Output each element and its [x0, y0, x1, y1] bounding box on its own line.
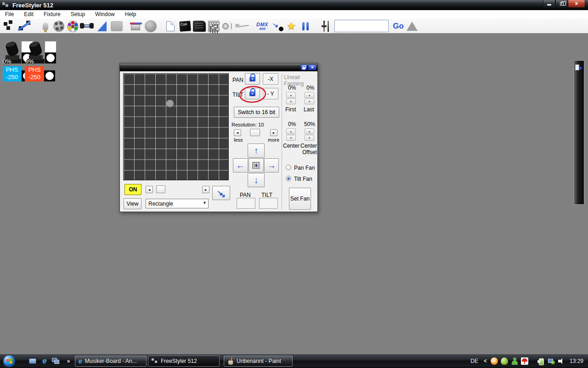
menu-help[interactable]: Help [120, 11, 141, 18]
speed-left-arrow[interactable]: ◄ [146, 186, 153, 193]
nudge-left-button[interactable]: ← [233, 158, 248, 172]
last-spin-down[interactable]: ▼ [305, 98, 314, 104]
restore-button[interactable] [555, 0, 568, 8]
task-musiker-board[interactable]: e Musiker-Board - An... [75, 356, 147, 367]
center-spin-up[interactable]: ▲ [286, 128, 296, 134]
resolution-slider-thumb[interactable] [250, 129, 260, 136]
smoke-machine-icon[interactable] [130, 20, 143, 32]
shape-dropdown[interactable]: Rectangle ▼ [146, 199, 209, 208]
clock[interactable]: 13:29 [570, 358, 583, 364]
sphere-icon[interactable] [144, 20, 157, 32]
show-desktop-button[interactable] [28, 356, 38, 366]
dialog-close-button[interactable]: × [308, 64, 317, 70]
fixture-cross-icon[interactable] [18, 20, 32, 32]
first-spin-down[interactable]: ▼ [286, 98, 296, 104]
sound-to-light-icon[interactable]: ➝ [272, 20, 284, 32]
task-freestyler[interactable]: FreeStyler 512 [148, 356, 220, 367]
run-triangle-icon[interactable] [406, 20, 418, 32]
on-button[interactable]: ON [124, 184, 141, 195]
favorites-star-icon[interactable]: ★ [286, 20, 297, 32]
tilt-value-field[interactable] [259, 198, 278, 209]
menu-setup[interactable]: Setup [66, 11, 90, 18]
dmx400-icon[interactable]: DMX400 [254, 20, 270, 32]
fixture-group-icon[interactable] [3, 20, 17, 32]
fixture-2-label[interactable]: PHS -250 [25, 66, 44, 81]
pan-value-field[interactable] [237, 198, 255, 209]
first-label: First [285, 106, 296, 113]
dialog-pin-button[interactable] [300, 64, 307, 70]
volume-icon[interactable] [558, 357, 565, 365]
menu-file[interactable]: File [0, 11, 19, 18]
nudge-down-button[interactable]: ↓ [248, 173, 265, 187]
gobo-wheel-icon[interactable] [52, 20, 65, 32]
view-button[interactable]: View [124, 198, 141, 209]
go-button[interactable]: Go [391, 20, 405, 32]
diagonal-move-button[interactable]: ↘ ↘ [212, 186, 230, 200]
pan-lock-icon [249, 77, 255, 81]
task-label: FreeStyler 512 [161, 358, 197, 364]
lamp-icon[interactable] [40, 20, 51, 32]
quicklaunch-overflow-chevron[interactable]: » [63, 356, 74, 366]
new-document-icon[interactable] [165, 20, 176, 32]
left-arrow-icon: ← [236, 160, 245, 171]
master-fader-icon[interactable] [321, 20, 332, 32]
tilt-fan-radio[interactable] [286, 176, 291, 181]
icq-icon[interactable] [501, 357, 508, 365]
menu-window[interactable]: Window [90, 11, 120, 18]
minimize-button[interactable] [543, 0, 555, 8]
nudge-up-button[interactable]: ↑ [248, 144, 265, 158]
fixture-1-label[interactable]: PHS -250 [3, 66, 21, 81]
tray-app-icon-orange[interactable] [491, 357, 498, 365]
dialog-titlebar[interactable] [120, 63, 317, 71]
dimmer-panel-icon[interactable] [110, 20, 123, 32]
task-paint[interactable]: Unbenannt - Paint [224, 356, 293, 367]
speed-slider-thumb[interactable] [156, 185, 165, 193]
sequence-console-icon[interactable] [192, 20, 206, 32]
tray-expand-chevron[interactable]: < [484, 358, 487, 364]
start-button[interactable] [3, 355, 16, 368]
sound-icon[interactable] [221, 20, 233, 32]
quicklaunch-ie-button[interactable]: e [40, 356, 50, 366]
pan-lock-button[interactable] [245, 73, 260, 85]
beam-icon[interactable] [96, 20, 107, 32]
pan-tilt-grid[interactable] [123, 73, 229, 180]
last-spin-up[interactable]: ▲ [305, 92, 314, 98]
submaster-faders-icon[interactable] [208, 20, 220, 32]
pan-fan-radio[interactable] [286, 165, 291, 170]
network-icon[interactable] [548, 357, 555, 365]
offset-spin-up[interactable]: ▲ [305, 128, 314, 134]
avira-umbrella-icon[interactable] [521, 357, 528, 365]
resolution-more-arrow[interactable]: ► [270, 129, 277, 136]
language-indicator[interactable]: DE [470, 358, 478, 364]
menu-fixture[interactable]: Fixture [39, 11, 66, 18]
fixture-2-gobo-circle[interactable] [44, 70, 55, 81]
cue-icon[interactable]: Cue [179, 20, 191, 32]
menu-edit[interactable]: Edit [19, 11, 39, 18]
center-spin-down[interactable]: ▼ [286, 135, 296, 141]
collapsed-side-panel[interactable] [573, 60, 584, 205]
nudge-right-button[interactable]: → [264, 158, 279, 172]
window-switcher-button[interactable] [51, 356, 61, 366]
switch-16bit-button[interactable]: Switch to 16 bit [234, 107, 279, 118]
cue-text-input[interactable] [334, 20, 389, 32]
resolution-less-arrow[interactable]: ◄ [234, 129, 241, 136]
color-wheel-icon[interactable] [66, 20, 79, 32]
invert-x-button[interactable]: -X [263, 73, 278, 85]
beam-position-dot[interactable] [166, 100, 174, 107]
tilt-lock-button[interactable] [245, 88, 260, 99]
fixture-pair-icon[interactable] [80, 20, 95, 32]
close-button[interactable]: × [568, 0, 585, 8]
set-fan-button[interactable]: Set Fan [289, 188, 311, 210]
pause-icon[interactable] [300, 20, 311, 32]
mic-stand-icon[interactable] [235, 20, 250, 32]
messenger-person-icon[interactable] [511, 357, 518, 365]
fixture-2-beam-circle[interactable] [45, 52, 56, 63]
power-icon[interactable] [537, 357, 545, 365]
speed-right-arrow[interactable]: ► [202, 186, 209, 193]
fixture-2-open-square[interactable] [45, 41, 56, 52]
offset-spin-down[interactable]: ▼ [305, 135, 314, 141]
minimize-icon [547, 4, 551, 6]
invert-y-button[interactable]: - Y [263, 88, 278, 99]
first-spin-up[interactable]: ▲ [286, 92, 296, 98]
center-button[interactable] [249, 158, 264, 172]
